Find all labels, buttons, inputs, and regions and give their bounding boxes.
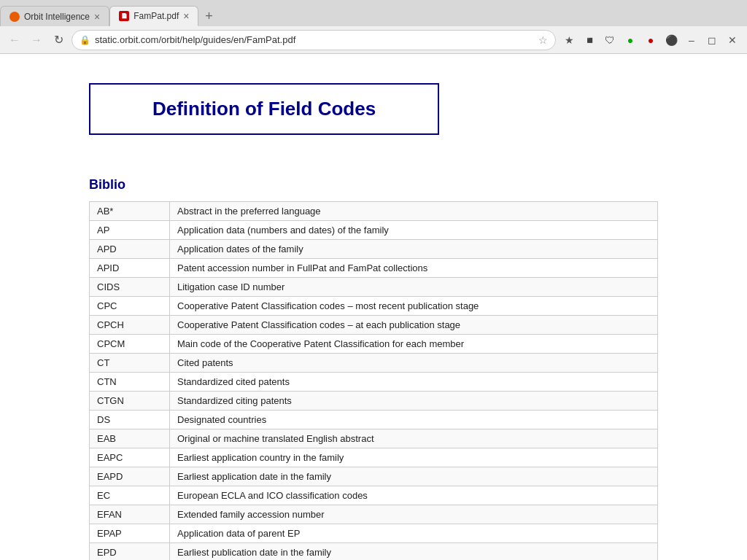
tab-bar: Orbit Intelligence × 📄 FamPat.pdf × +: [0, 0, 747, 26]
tab-fampat-close[interactable]: ×: [183, 11, 189, 21]
field-description: Litigation case ID number: [170, 278, 658, 297]
field-description: Extended family accession number: [170, 505, 658, 524]
title-box: Definition of Field Codes: [89, 83, 439, 135]
table-row: EAPCEarliest application country in the …: [90, 448, 658, 467]
fampat-favicon: 📄: [119, 11, 129, 21]
field-code: AB*: [90, 202, 170, 221]
table-row: CPCMMain code of the Cooperative Patent …: [90, 335, 658, 354]
table-row: EPDEarliest publication date in the fami…: [90, 543, 658, 561]
orbit-ext-icon[interactable]: ●: [622, 31, 639, 49]
field-description: Cited patents: [170, 354, 658, 373]
table-row: CTCited patents: [90, 354, 658, 373]
browser-content-wrapper: Definition of Field Codes Biblio AB*Abst…: [0, 54, 747, 560]
field-description: Application dates of the family: [170, 240, 658, 259]
field-description: European ECLA and ICO classification cod…: [170, 486, 658, 505]
field-code: EAPD: [90, 467, 170, 486]
browser-chrome: Orbit Intelligence × 📄 FamPat.pdf × + ← …: [0, 0, 747, 54]
table-row: CTGNStandardized citing patents: [90, 392, 658, 411]
field-code: CTN: [90, 373, 170, 392]
table-row: DSDesignated countries: [90, 411, 658, 429]
field-description: Original or machine translated English a…: [170, 429, 658, 448]
field-description: Application data of parent EP: [170, 524, 658, 543]
page-title: Definition of Field Codes: [152, 98, 376, 120]
lock-icon: 🔒: [80, 35, 90, 45]
table-row: ECEuropean ECLA and ICO classification c…: [90, 486, 658, 505]
shield-icon[interactable]: 🛡: [601, 31, 619, 49]
field-code: EPD: [90, 543, 170, 561]
field-description: Earliest publication date in the family: [170, 543, 658, 561]
table-row: CPCHCooperative Patent Classification co…: [90, 316, 658, 335]
nav-bar: ← → ↻ 🔒 static.orbit.com/orbit/help/guid…: [0, 26, 747, 54]
field-code: APD: [90, 240, 170, 259]
url-text: static.orbit.com/orbit/help/guides/en/Fa…: [95, 34, 534, 45]
field-code: DS: [90, 411, 170, 429]
bookmark-icon[interactable]: ★: [560, 31, 578, 49]
field-description: Abstract in the preferred language: [170, 202, 658, 221]
profile-icon[interactable]: ⚫: [662, 31, 680, 49]
title-section: Definition of Field Codes: [89, 83, 658, 157]
field-code: EC: [90, 486, 170, 505]
pdf-page: Definition of Field Codes Biblio AB*Abst…: [45, 54, 702, 560]
field-description: Cooperative Patent Classification codes …: [170, 297, 658, 316]
field-code: EFAN: [90, 505, 170, 524]
field-description: Main code of the Cooperative Patent Clas…: [170, 335, 658, 354]
field-code: CPCH: [90, 316, 170, 335]
table-row: APApplication data (numbers and dates) o…: [90, 221, 658, 240]
table-row: CIDSLitigation case ID number: [90, 278, 658, 297]
field-code: APID: [90, 259, 170, 278]
back-button[interactable]: ←: [6, 31, 23, 49]
section-title: Biblio: [89, 177, 658, 192]
tab-orbit-label: Orbit Intelligence: [24, 12, 90, 22]
close-button[interactable]: ✕: [724, 31, 741, 49]
field-description: Standardized cited patents: [170, 373, 658, 392]
tab-fampat-label: FamPat.pdf: [133, 11, 179, 21]
table-row: EAPDEarliest application date in the fam…: [90, 467, 658, 486]
field-description: Standardized citing patents: [170, 392, 658, 411]
table-row: CPCCooperative Patent Classification cod…: [90, 297, 658, 316]
tab-fampat[interactable]: 📄 FamPat.pdf ×: [109, 6, 198, 26]
table-row: CTNStandardized cited patents: [90, 373, 658, 392]
table-row: EABOriginal or machine translated Englis…: [90, 429, 658, 448]
field-code: AP: [90, 221, 170, 240]
field-code: EAB: [90, 429, 170, 448]
field-description: Earliest application country in the fami…: [170, 448, 658, 467]
field-code: CT: [90, 354, 170, 373]
browser-content[interactable]: Definition of Field Codes Biblio AB*Abst…: [0, 54, 747, 560]
table-row: APIDPatent accession number in FullPat a…: [90, 259, 658, 278]
orbit-favicon: [9, 12, 20, 22]
table-row: APDApplication dates of the family: [90, 240, 658, 259]
maximize-button[interactable]: ◻: [703, 31, 721, 49]
field-codes-table: AB*Abstract in the preferred languageAPA…: [89, 201, 658, 560]
refresh-button[interactable]: ↻: [50, 31, 67, 49]
field-description: Patent accession number in FullPat and F…: [170, 259, 658, 278]
pdf-ext-icon[interactable]: ●: [642, 31, 659, 49]
field-code: CPC: [90, 297, 170, 316]
minimize-button[interactable]: –: [683, 31, 700, 49]
field-code: EPAP: [90, 524, 170, 543]
address-bar[interactable]: 🔒 static.orbit.com/orbit/help/guides/en/…: [71, 30, 556, 50]
new-tab-button[interactable]: +: [198, 6, 219, 26]
field-description: Cooperative Patent Classification codes …: [170, 316, 658, 335]
tab-orbit-intelligence[interactable]: Orbit Intelligence ×: [0, 6, 109, 26]
field-description: Application data (numbers and dates) of …: [170, 221, 658, 240]
table-row: EPAPApplication data of parent EP: [90, 524, 658, 543]
field-code: CTGN: [90, 392, 170, 411]
forward-button[interactable]: →: [28, 31, 45, 49]
field-code: CIDS: [90, 278, 170, 297]
nav-right-icons: ★ ◾ 🛡 ● ● ⚫ – ◻ ✕: [560, 31, 741, 49]
extensions-icon[interactable]: ◾: [581, 31, 598, 49]
table-row: AB*Abstract in the preferred language: [90, 202, 658, 221]
bookmark-star-icon[interactable]: ☆: [538, 34, 548, 46]
field-code: EAPC: [90, 448, 170, 467]
field-description: Designated countries: [170, 411, 658, 429]
field-code: CPCM: [90, 335, 170, 354]
tab-orbit-close[interactable]: ×: [94, 12, 100, 22]
field-description: Earliest application date in the family: [170, 467, 658, 486]
biblio-section: Biblio AB*Abstract in the preferred lang…: [89, 177, 658, 560]
table-row: EFANExtended family accession number: [90, 505, 658, 524]
